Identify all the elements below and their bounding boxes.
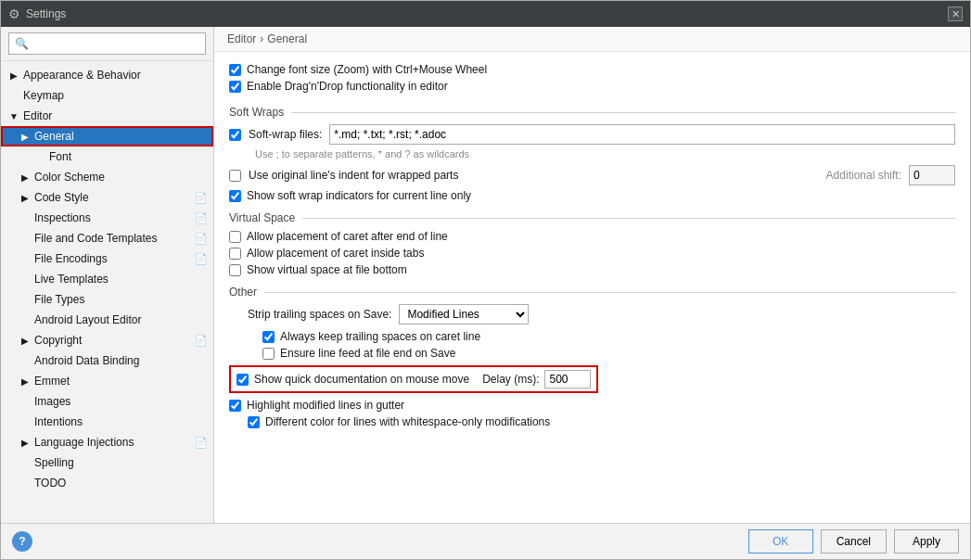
arrow-icon: ▶ bbox=[19, 131, 31, 142]
settings-window: ⚙ Settings ✕ ▶ Appearance & Behavior Key… bbox=[0, 0, 971, 560]
arrow-icon bbox=[19, 416, 31, 427]
sidebar-item-label: File Encodings bbox=[34, 252, 191, 265]
cancel-button[interactable]: Cancel bbox=[821, 529, 887, 554]
sidebar-item-label: File Types bbox=[34, 293, 213, 306]
page-icon: 📄 bbox=[195, 233, 213, 245]
sidebar-item-language-injections[interactable]: ▶ Language Injections 📄 bbox=[1, 432, 213, 452]
dragdrop-label: Enable Drag'n'Drop functionality in edit… bbox=[247, 80, 448, 93]
original-indent-checkbox[interactable] bbox=[229, 170, 241, 182]
sidebar-item-font[interactable]: Font bbox=[1, 146, 213, 167]
additional-shift-input[interactable] bbox=[909, 165, 955, 185]
sidebar-item-copyright[interactable]: ▶ Copyright 📄 bbox=[1, 330, 213, 350]
sidebar-item-appearance[interactable]: ▶ Appearance & Behavior bbox=[1, 65, 213, 85]
sidebar-item-label: Copyright bbox=[34, 334, 191, 347]
modified-lines-select[interactable]: Modified Lines bbox=[399, 304, 529, 325]
caret-inside-tabs-checkbox[interactable] bbox=[229, 248, 241, 260]
soft-wrap-hint: Use ; to separate patterns, * and ? as w… bbox=[255, 148, 955, 159]
arrow-icon bbox=[34, 151, 45, 162]
soft-wrap-files-row: Soft-wrap files: bbox=[229, 124, 955, 145]
sidebar: ▶ Appearance & Behavior Keymap ▼ Editor … bbox=[1, 27, 214, 523]
virtual-space-header: Virtual Space bbox=[229, 211, 955, 224]
arrow-icon bbox=[19, 396, 31, 407]
title-bar: ⚙ Settings ✕ bbox=[1, 1, 970, 27]
breadcrumb-editor: Editor bbox=[227, 32, 256, 45]
arrow-icon bbox=[19, 253, 31, 264]
virtual-space-bottom-label: Show virtual space at file bottom bbox=[247, 263, 407, 276]
search-wrap bbox=[1, 27, 213, 61]
dragdrop-checkbox[interactable] bbox=[229, 81, 241, 93]
sidebar-item-label: Color Scheme bbox=[34, 171, 213, 184]
different-color-checkbox[interactable] bbox=[248, 416, 260, 428]
sidebar-item-file-encodings[interactable]: File Encodings 📄 bbox=[1, 248, 213, 269]
virtual-space-bottom-checkbox[interactable] bbox=[229, 264, 241, 276]
apply-button[interactable]: Apply bbox=[894, 529, 959, 554]
sidebar-item-label: File and Code Templates bbox=[34, 232, 191, 245]
close-button[interactable]: ✕ bbox=[948, 6, 963, 21]
delay-input[interactable] bbox=[544, 370, 591, 388]
soft-wrap-indicator-checkbox[interactable] bbox=[229, 190, 241, 202]
sidebar-item-file-code-templates[interactable]: File and Code Templates 📄 bbox=[1, 228, 213, 248]
keep-trailing-checkbox[interactable] bbox=[262, 331, 275, 343]
arrow-icon bbox=[19, 294, 31, 305]
search-input[interactable] bbox=[8, 32, 206, 55]
footer: ? OK Cancel Apply bbox=[1, 523, 970, 559]
strip-sub-checks: Always keep trailing spaces on caret lin… bbox=[262, 330, 955, 360]
strip-trailing-row: Strip trailing spaces on Save: Modified … bbox=[229, 304, 955, 325]
sidebar-item-label: Live Templates bbox=[34, 273, 213, 286]
sidebar-item-spelling[interactable]: Spelling bbox=[1, 452, 213, 473]
sidebar-item-todo[interactable]: TODO bbox=[1, 473, 213, 493]
quick-doc-row: Show quick documentation on mouse move D… bbox=[229, 365, 598, 393]
caret-end-line-label: Allow placement of caret after end of li… bbox=[247, 230, 448, 243]
sidebar-item-emmet[interactable]: ▶ Emmet bbox=[1, 371, 213, 391]
sidebar-item-live-templates[interactable]: Live Templates bbox=[1, 269, 213, 289]
sidebar-item-keymap[interactable]: Keymap bbox=[1, 85, 213, 106]
sidebar-item-general[interactable]: ▶ General bbox=[1, 126, 213, 146]
help-button[interactable]: ? bbox=[12, 531, 32, 552]
page-icon: 📄 bbox=[195, 335, 213, 347]
sidebar-item-android-layout[interactable]: Android Layout Editor bbox=[1, 310, 213, 330]
soft-wrap-files-input[interactable] bbox=[329, 124, 955, 145]
quick-doc-checkbox[interactable] bbox=[236, 374, 249, 386]
ensure-line-feed-checkbox[interactable] bbox=[262, 348, 275, 360]
sidebar-item-label: Editor bbox=[23, 109, 213, 122]
dragdrop-check-row: Enable Drag'n'Drop functionality in edit… bbox=[229, 80, 955, 93]
arrow-icon bbox=[8, 90, 19, 101]
different-color-row: Different color for lines with whitespac… bbox=[248, 415, 955, 428]
sidebar-item-color-scheme[interactable]: ▶ Color Scheme bbox=[1, 167, 213, 187]
settings-content: Change font size (Zoom) with Ctrl+Mouse … bbox=[214, 52, 970, 523]
arrow-icon: ▶ bbox=[19, 172, 31, 183]
soft-wrap-files-label: Soft-wrap files: bbox=[249, 128, 322, 141]
soft-wrap-files-checkbox[interactable] bbox=[229, 129, 241, 141]
sidebar-item-android-data-binding[interactable]: Android Data Binding bbox=[1, 350, 213, 371]
ok-button[interactable]: OK bbox=[748, 529, 813, 554]
breadcrumb: Editor › General bbox=[214, 27, 970, 52]
page-icon: 📄 bbox=[195, 253, 213, 265]
zoom-checkbox[interactable] bbox=[229, 64, 241, 76]
zoom-label: Change font size (Zoom) with Ctrl+Mouse … bbox=[247, 63, 487, 76]
virtual-space-label: Virtual Space bbox=[229, 211, 295, 224]
footer-left: ? bbox=[12, 531, 32, 552]
sidebar-item-label: Android Data Binding bbox=[34, 354, 213, 367]
zoom-check-row: Change font size (Zoom) with Ctrl+Mouse … bbox=[229, 63, 955, 76]
sidebar-item-images[interactable]: Images bbox=[1, 391, 213, 412]
highlight-modified-checkbox[interactable] bbox=[229, 400, 241, 412]
soft-wrap-indicator-row: Show soft wrap indicators for current li… bbox=[229, 189, 955, 202]
sidebar-item-label: Language Injections bbox=[34, 436, 191, 449]
sidebar-item-inspections[interactable]: Inspections 📄 bbox=[1, 208, 213, 228]
sidebar-item-intentions[interactable]: Intentions bbox=[1, 412, 213, 432]
arrow-icon: ▶ bbox=[19, 375, 31, 387]
quick-doc-wrap: Show quick documentation on mouse move D… bbox=[229, 365, 955, 393]
sidebar-item-label: Android Layout Editor bbox=[34, 313, 213, 326]
sidebar-item-code-style[interactable]: ▶ Code Style 📄 bbox=[1, 187, 213, 208]
other-header: Other bbox=[229, 286, 955, 299]
caret-end-line-checkbox[interactable] bbox=[229, 231, 241, 243]
arrow-icon bbox=[19, 212, 31, 223]
highlight-modified-row: Highlight modified lines in gutter bbox=[229, 399, 955, 412]
sidebar-item-editor[interactable]: ▼ Editor bbox=[1, 106, 213, 126]
main-area: ▶ Appearance & Behavior Keymap ▼ Editor … bbox=[1, 27, 970, 523]
sidebar-item-file-types[interactable]: File Types bbox=[1, 289, 213, 310]
top-checkboxes: Change font size (Zoom) with Ctrl+Mouse … bbox=[229, 63, 955, 93]
arrow-icon: ▼ bbox=[8, 110, 19, 121]
soft-wraps-header: Soft Wraps bbox=[229, 106, 955, 119]
arrow-icon bbox=[19, 457, 31, 468]
